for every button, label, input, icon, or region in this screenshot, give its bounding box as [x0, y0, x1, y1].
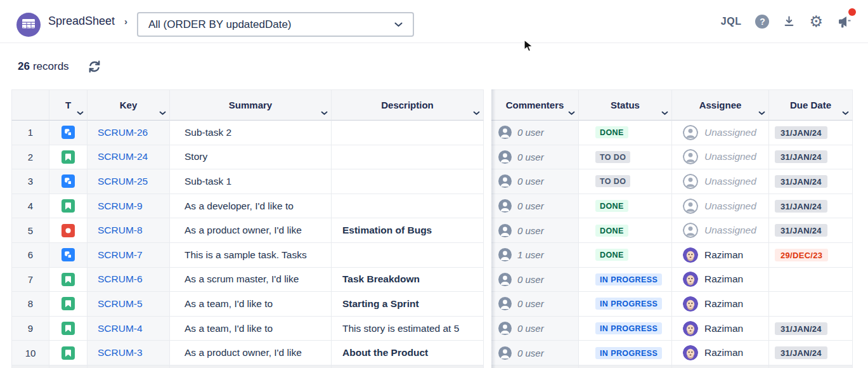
- assignee-cell[interactable]: Raziman: [672, 292, 769, 317]
- row-number-cell[interactable]: 5: [11, 218, 49, 243]
- description-cell[interactable]: This story is estimated at 5: [332, 317, 484, 341]
- issue-type-cell[interactable]: [49, 121, 87, 145]
- issue-type-cell[interactable]: [49, 268, 87, 292]
- status-cell[interactable]: TO DO: [579, 169, 672, 194]
- issue-type-cell[interactable]: [49, 317, 87, 341]
- announcements-icon[interactable]: [837, 15, 852, 29]
- status-cell[interactable]: DONE: [579, 218, 672, 243]
- header-key[interactable]: Key: [87, 89, 170, 121]
- issue-type-cell[interactable]: [49, 341, 87, 365]
- row-number-cell[interactable]: 7: [11, 268, 49, 292]
- header-due-date[interactable]: Due Date: [769, 89, 853, 121]
- issue-key-link[interactable]: SCRUM-7: [98, 249, 143, 261]
- description-cell[interactable]: About the Product: [332, 341, 484, 365]
- commenters-cell[interactable]: 0 user: [491, 292, 579, 317]
- assignee-cell[interactable]: Raziman: [672, 317, 769, 341]
- summary-cell[interactable]: Story: [170, 145, 332, 170]
- issue-key-cell[interactable]: SCRUM-25: [87, 169, 170, 194]
- issue-type-cell[interactable]: [49, 243, 87, 268]
- due-date-cell[interactable]: 29/DEC/23: [769, 243, 853, 268]
- settings-gear-icon[interactable]: ⚙: [809, 14, 823, 29]
- assignee-cell[interactable]: Unassigned: [672, 145, 769, 170]
- row-number-cell[interactable]: 3: [11, 169, 49, 194]
- column-menu-chevron-icon[interactable]: [77, 111, 84, 115]
- issue-key-link[interactable]: SCRUM-6: [98, 273, 143, 285]
- issue-key-link[interactable]: SCRUM-24: [98, 151, 148, 162]
- issue-type-cell[interactable]: [49, 292, 87, 317]
- assignee-cell[interactable]: Raziman: [672, 243, 769, 268]
- description-cell[interactable]: Starting a Sprint: [332, 292, 484, 317]
- issue-key-cell[interactable]: [87, 365, 170, 368]
- description-cell[interactable]: [332, 169, 484, 194]
- column-menu-chevron-icon[interactable]: [842, 111, 849, 115]
- issue-type-cell[interactable]: [49, 365, 87, 368]
- commenters-cell[interactable]: [491, 365, 579, 368]
- summary-cell[interactable]: As a scrum master, I'd like: [170, 268, 332, 292]
- status-cell[interactable]: IN PROGRESS: [579, 341, 672, 365]
- commenters-cell[interactable]: 0 user: [491, 194, 579, 219]
- filter-dropdown[interactable]: All (ORDER BY updatedDate): [137, 12, 414, 37]
- issue-key-cell[interactable]: SCRUM-26: [87, 121, 170, 145]
- due-date-cell[interactable]: [769, 268, 853, 292]
- row-number-cell[interactable]: 1: [11, 121, 49, 145]
- issue-key-link[interactable]: SCRUM-5: [98, 298, 143, 310]
- due-date-cell[interactable]: 31/JAN/24: [769, 145, 853, 170]
- issue-key-link[interactable]: SCRUM-4: [98, 323, 143, 334]
- column-menu-chevron-icon[interactable]: [473, 111, 480, 115]
- issue-type-cell[interactable]: [49, 169, 87, 194]
- description-cell[interactable]: [332, 121, 484, 145]
- row-number-cell[interactable]: 8: [11, 292, 49, 317]
- row-number-cell[interactable]: 6: [11, 243, 49, 268]
- summary-cell[interactable]: [170, 365, 332, 368]
- due-date-cell[interactable]: 31/JAN/24: [769, 218, 853, 243]
- issue-key-cell[interactable]: SCRUM-9: [87, 194, 170, 219]
- description-cell[interactable]: [332, 194, 484, 219]
- issue-key-cell[interactable]: SCRUM-6: [87, 268, 170, 292]
- summary-cell[interactable]: As a product owner, I'd like: [170, 341, 332, 365]
- header-description[interactable]: Description: [332, 89, 484, 121]
- due-date-cell[interactable]: 31/JAN/24: [769, 341, 853, 365]
- summary-cell[interactable]: Sub-task 1: [170, 169, 332, 194]
- issue-key-cell[interactable]: SCRUM-24: [87, 145, 170, 170]
- issue-key-cell[interactable]: SCRUM-7: [87, 243, 170, 268]
- due-date-cell[interactable]: 31/JAN/24: [769, 121, 853, 145]
- summary-cell[interactable]: This is a sample task. Tasks: [170, 243, 332, 268]
- status-cell[interactable]: IN PROGRESS: [579, 292, 672, 317]
- due-date-cell[interactable]: 31/JAN/24: [769, 194, 853, 219]
- download-icon[interactable]: [783, 15, 795, 27]
- summary-cell[interactable]: As a team, I'd like to: [170, 292, 332, 317]
- header-summary[interactable]: Summary: [170, 89, 332, 121]
- status-cell[interactable]: DONE: [579, 121, 672, 145]
- description-cell[interactable]: [332, 365, 484, 368]
- column-menu-chevron-icon[interactable]: [568, 111, 575, 115]
- due-date-cell[interactable]: 31/JAN/24: [769, 169, 853, 194]
- status-cell[interactable]: [579, 365, 672, 368]
- assignee-cell[interactable]: [672, 365, 769, 368]
- assignee-cell[interactable]: Unassigned: [672, 194, 769, 219]
- due-date-cell[interactable]: 31/JAN/24: [769, 317, 853, 341]
- issue-type-cell[interactable]: [49, 145, 87, 170]
- status-cell[interactable]: IN PROGRESS: [579, 317, 672, 341]
- summary-cell[interactable]: As a team, I'd like to: [170, 317, 332, 341]
- commenters-cell[interactable]: 0 user: [491, 121, 579, 145]
- issue-key-link[interactable]: SCRUM-9: [98, 200, 143, 212]
- header-type[interactable]: T: [49, 89, 87, 121]
- commenters-cell[interactable]: 1 user: [491, 243, 579, 268]
- column-menu-chevron-icon[interactable]: [321, 111, 328, 115]
- status-cell[interactable]: IN PROGRESS: [579, 268, 672, 292]
- header-commenters[interactable]: Commenters: [491, 89, 579, 121]
- commenters-cell[interactable]: 0 user: [491, 268, 579, 292]
- issue-type-cell[interactable]: [49, 194, 87, 219]
- description-cell[interactable]: [332, 145, 484, 170]
- issue-key-cell[interactable]: SCRUM-5: [87, 292, 170, 317]
- status-cell[interactable]: TO DO: [579, 145, 672, 170]
- commenters-cell[interactable]: 0 user: [491, 341, 579, 365]
- column-menu-chevron-icon[interactable]: [661, 111, 668, 115]
- issue-key-cell[interactable]: SCRUM-4: [87, 317, 170, 341]
- issue-type-cell[interactable]: [49, 218, 87, 243]
- app-title[interactable]: SpreadSheet: [48, 0, 115, 43]
- commenters-cell[interactable]: 0 user: [491, 218, 579, 243]
- help-icon[interactable]: ?: [755, 15, 769, 29]
- assignee-cell[interactable]: Unassigned: [672, 218, 769, 243]
- issue-key-link[interactable]: SCRUM-25: [98, 176, 148, 187]
